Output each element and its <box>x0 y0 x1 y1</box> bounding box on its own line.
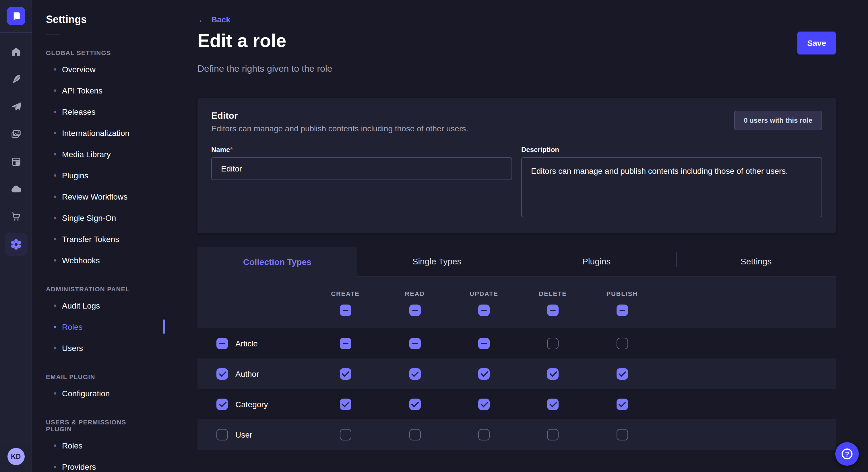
select-all-update-checkbox[interactable] <box>478 305 490 316</box>
users-with-role-button[interactable]: 0 users with this role <box>734 111 822 131</box>
subnav-item-releases[interactable]: Releases <box>32 101 165 122</box>
subnav-item-up-providers[interactable]: Providers <box>32 456 165 472</box>
help-button[interactable]: ? <box>835 442 859 466</box>
subnav-item-transfer-tokens[interactable]: Transfer Tokens <box>32 228 165 249</box>
bullet-icon <box>54 238 56 240</box>
bullet-icon <box>54 153 56 155</box>
subnav-item-overview[interactable]: Overview <box>32 59 165 80</box>
subnav-item-webhooks[interactable]: Webhooks <box>32 249 165 271</box>
row-label: Article <box>236 339 258 348</box>
description-field-group: Description Editors can manage and publi… <box>521 146 822 220</box>
table-row-article[interactable]: Article <box>197 328 836 359</box>
subnav-item-single-sign-on[interactable]: Single Sign-On <box>32 207 165 228</box>
subnav-item-audit-logs[interactable]: Audit Logs <box>32 295 165 316</box>
column-update: UPDATE <box>450 289 518 316</box>
author-create-checkbox[interactable] <box>340 368 351 380</box>
row-label-cell: User <box>197 429 311 440</box>
user-publish-checkbox[interactable] <box>616 429 628 440</box>
author-read-checkbox[interactable] <box>409 368 421 380</box>
author-delete-checkbox[interactable] <box>547 368 559 380</box>
name-input[interactable] <box>211 158 512 180</box>
strapi-logo-icon[interactable] <box>7 7 25 25</box>
tab-plugins[interactable]: Plugins <box>517 247 676 277</box>
article-publish-checkbox[interactable] <box>616 338 628 349</box>
media-library-icon[interactable] <box>9 128 22 140</box>
column-label: DELETE <box>539 290 567 297</box>
bullet-icon <box>54 259 56 261</box>
permissions-card: Collection Types Single Types Plugins Se… <box>197 247 836 450</box>
subnav-item-review-workflows[interactable]: Review Workflows <box>32 186 165 207</box>
subnav-item-users[interactable]: Users <box>32 337 165 359</box>
column-label: UPDATE <box>470 290 498 297</box>
category-create-checkbox[interactable] <box>340 399 351 410</box>
author-update-checkbox[interactable] <box>478 368 490 380</box>
user-read-checkbox[interactable] <box>409 429 421 440</box>
deploy-icon[interactable] <box>9 100 22 113</box>
article-delete-checkbox[interactable] <box>547 338 559 349</box>
bullet-icon <box>54 195 56 198</box>
author-publish-checkbox[interactable] <box>616 368 628 380</box>
row-select-checkbox[interactable] <box>216 338 228 349</box>
user-create-checkbox[interactable] <box>340 429 351 440</box>
article-update-checkbox[interactable] <box>478 338 490 349</box>
user-avatar[interactable]: KD <box>7 448 24 465</box>
bullet-icon <box>54 304 56 307</box>
permissions-table: CREATE READ UPDATE DELETE <box>197 277 836 450</box>
bullet-icon <box>54 444 56 446</box>
marketplace-cart-icon[interactable] <box>9 210 22 223</box>
row-label: Author <box>236 369 259 378</box>
description-textarea[interactable]: Editors can manage and publish contents … <box>521 158 822 217</box>
content-type-builder-icon[interactable] <box>9 73 22 86</box>
select-all-delete-checkbox[interactable] <box>547 305 559 316</box>
bullet-icon <box>54 68 56 70</box>
subnav-item-roles-active[interactable]: Roles <box>32 316 165 337</box>
bullet-icon <box>54 347 56 349</box>
subnav-item-up-roles[interactable]: Roles <box>32 435 165 456</box>
back-link[interactable]: ← Back <box>197 15 230 24</box>
subnav-item-internationalization[interactable]: Internationalization <box>32 122 165 143</box>
bullet-icon <box>54 326 56 328</box>
role-details-card: Editor Editors can manage and publish co… <box>197 98 836 234</box>
select-all-create-checkbox[interactable] <box>340 305 351 316</box>
select-all-read-checkbox[interactable] <box>409 305 421 316</box>
tab-collection-types[interactable]: Collection Types <box>197 247 357 277</box>
user-delete-checkbox[interactable] <box>547 429 559 440</box>
article-read-checkbox[interactable] <box>409 338 421 349</box>
table-row-category[interactable]: Category <box>197 389 836 419</box>
category-read-checkbox[interactable] <box>409 399 421 410</box>
active-indicator-bar <box>163 319 165 334</box>
select-all-publish-checkbox[interactable] <box>616 305 628 316</box>
category-publish-checkbox[interactable] <box>616 399 628 410</box>
subnav-item-media-library[interactable]: Media Library <box>32 143 165 165</box>
settings-gear-icon[interactable] <box>4 233 27 256</box>
strapi-logo-glyph <box>9 10 22 22</box>
tab-settings[interactable]: Settings <box>676 247 836 277</box>
column-read: READ <box>380 289 450 316</box>
bullet-icon <box>54 89 56 92</box>
user-update-checkbox[interactable] <box>478 429 490 440</box>
category-delete-checkbox[interactable] <box>547 399 559 410</box>
row-select-checkbox[interactable] <box>216 429 228 440</box>
content-manager-icon[interactable] <box>9 156 22 168</box>
subnav-item-configuration[interactable]: Configuration <box>32 382 165 404</box>
subnav-item-plugins[interactable]: Plugins <box>32 165 165 186</box>
required-asterisk: * <box>230 146 232 154</box>
tab-single-types[interactable]: Single Types <box>357 247 517 277</box>
table-row-user[interactable]: User <box>197 419 836 450</box>
save-button[interactable]: Save <box>798 32 836 55</box>
article-create-checkbox[interactable] <box>340 338 351 349</box>
home-icon[interactable] <box>9 45 22 58</box>
subnav-section-admin: ADMINISTRATION PANEL Audit Logs Roles Us… <box>32 285 165 359</box>
column-delete: DELETE <box>518 289 587 316</box>
role-description-text: Editors can manage and publish contents … <box>211 124 468 133</box>
app-window: KD Settings GLOBAL SETTINGS Overview API… <box>0 0 868 472</box>
category-update-checkbox[interactable] <box>478 399 490 410</box>
row-select-checkbox[interactable] <box>216 368 228 380</box>
subnav-title-divider <box>46 34 60 34</box>
table-row-author[interactable]: Author <box>197 359 836 389</box>
cloud-icon[interactable] <box>9 183 22 196</box>
column-label: PUBLISH <box>606 290 638 297</box>
row-select-checkbox[interactable] <box>216 399 228 410</box>
row-label: Category <box>236 400 268 409</box>
subnav-item-api-tokens[interactable]: API Tokens <box>32 80 165 101</box>
